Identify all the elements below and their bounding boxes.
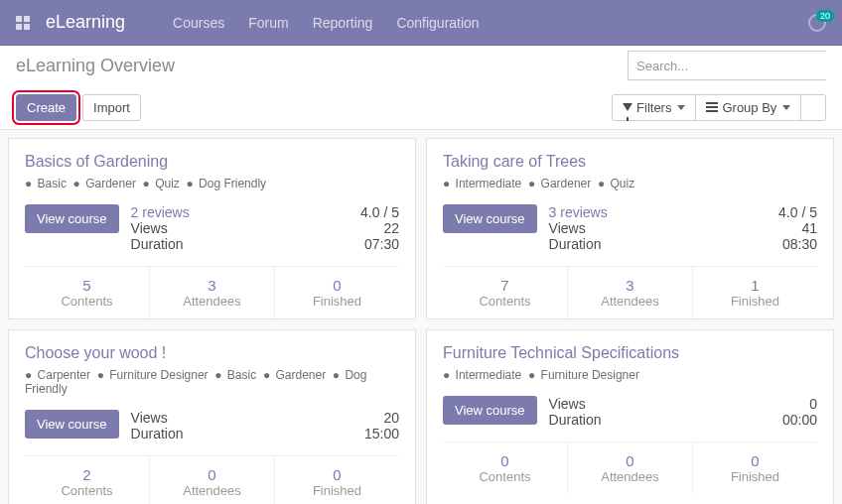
- view-course-button[interactable]: View course: [443, 396, 537, 425]
- stat-finished[interactable]: 0Finished: [274, 267, 399, 318]
- stat-label: Finished: [697, 294, 813, 309]
- nav-courses[interactable]: Courses: [173, 15, 224, 31]
- stat-label: Finished: [697, 469, 813, 484]
- duration-label: Duration: [549, 412, 771, 428]
- rating-value: 4.0 / 5: [360, 204, 399, 220]
- stat-label: Attendees: [572, 294, 688, 309]
- stat-label: Attendees: [154, 483, 270, 498]
- stat-finished[interactable]: 0Finished: [274, 456, 399, 504]
- import-button[interactable]: Import: [82, 94, 141, 121]
- card-tags: ● Carpenter ● Furniture Designer ● Basic…: [25, 368, 399, 396]
- groupby-button[interactable]: Group By: [695, 94, 801, 121]
- nav-reporting[interactable]: Reporting: [313, 15, 373, 31]
- view-course-button[interactable]: View course: [25, 204, 119, 233]
- stat-contents[interactable]: 7Contents: [443, 267, 567, 318]
- card-stats: Views20Duration15:00: [131, 410, 399, 441]
- activity-count: 20: [816, 10, 834, 22]
- bars-icon: [706, 102, 718, 112]
- stat-number: 3: [572, 277, 688, 294]
- duration-value: 15:00: [364, 426, 399, 441]
- filters-label: Filters: [636, 100, 671, 115]
- stat-contents[interactable]: 0Contents: [443, 442, 567, 494]
- stat-label: Finished: [279, 294, 395, 309]
- stat-number: 0: [279, 466, 395, 483]
- stat-number: 2: [29, 466, 145, 483]
- duration-label: Duration: [131, 426, 352, 441]
- reviews-link[interactable]: 2 reviews: [131, 204, 350, 220]
- bottom-stats: 0Contents0Attendees0Finished: [443, 441, 817, 494]
- views-value: 0: [782, 396, 817, 412]
- stat-number: 0: [154, 466, 270, 483]
- control-panel: eLearning Overview Create Import Filters…: [0, 46, 842, 130]
- create-button[interactable]: Create: [16, 94, 76, 121]
- bottom-stats: 2Contents0Attendees0Finished: [25, 455, 399, 504]
- duration-label: Duration: [131, 236, 350, 252]
- stat-attendees[interactable]: 0Attendees: [567, 442, 692, 494]
- stat-number: 3: [154, 277, 270, 294]
- search-box[interactable]: [628, 51, 826, 80]
- card-title[interactable]: Choose your wood !: [25, 344, 399, 362]
- course-card[interactable]: Furniture Technical Specifications● Inte…: [426, 329, 834, 504]
- stat-number: 0: [697, 452, 813, 469]
- clock-icon[interactable]: 20: [808, 14, 826, 32]
- rating-value: 4.0 / 5: [778, 204, 817, 220]
- card-stats: Views0Duration00:00: [549, 396, 817, 428]
- kanban-view: Basics of Gardening● Basic ● Gardener ● …: [0, 130, 842, 504]
- bottom-stats: 5Contents3Attendees0Finished: [25, 266, 399, 318]
- stat-attendees[interactable]: 0Attendees: [149, 456, 274, 504]
- stat-attendees[interactable]: 3Attendees: [567, 267, 692, 318]
- card-stats: 3 reviews4.0 / 5Views41Duration08:30: [549, 204, 817, 252]
- stat-label: Attendees: [572, 469, 688, 484]
- card-tags: ● Intermediate ● Furniture Designer: [443, 368, 817, 382]
- stat-label: Contents: [29, 483, 145, 498]
- duration-value: 07:30: [360, 236, 399, 252]
- stat-contents[interactable]: 2Contents: [25, 456, 149, 504]
- stat-label: Finished: [279, 483, 395, 498]
- chevron-down-icon: [677, 105, 685, 110]
- course-card[interactable]: Basics of Gardening● Basic ● Gardener ● …: [8, 138, 416, 319]
- course-card[interactable]: Taking care of Trees● Intermediate ● Gar…: [426, 138, 834, 319]
- stat-finished[interactable]: 0Finished: [692, 442, 817, 494]
- stat-label: Contents: [447, 294, 563, 309]
- more-button[interactable]: [800, 94, 826, 121]
- view-course-button[interactable]: View course: [443, 204, 537, 233]
- reviews-link[interactable]: 3 reviews: [549, 204, 768, 220]
- stat-label: Contents: [447, 469, 563, 484]
- course-card[interactable]: Choose your wood !● Carpenter ● Furnitur…: [8, 329, 416, 504]
- chevron-down-icon: [782, 105, 790, 110]
- views-label: Views: [549, 220, 768, 236]
- stat-number: 5: [29, 277, 145, 294]
- bottom-stats: 7Contents3Attendees1Finished: [443, 266, 817, 318]
- apps-icon[interactable]: [16, 16, 30, 30]
- views-label: Views: [131, 220, 350, 236]
- views-label: Views: [549, 396, 771, 412]
- views-value: 41: [778, 220, 817, 236]
- navbar: eLearning Courses Forum Reporting Config…: [0, 0, 842, 46]
- stat-number: 0: [279, 277, 395, 294]
- nav-configuration[interactable]: Configuration: [396, 15, 479, 31]
- stat-number: 1: [697, 277, 813, 294]
- stat-label: Contents: [29, 294, 145, 309]
- stat-finished[interactable]: 1Finished: [692, 267, 817, 318]
- breadcrumb: eLearning Overview: [16, 56, 175, 76]
- nav-forum[interactable]: Forum: [248, 15, 288, 31]
- funnel-icon: [623, 103, 632, 111]
- duration-value: 08:30: [778, 236, 817, 252]
- card-title[interactable]: Basics of Gardening: [25, 153, 399, 171]
- stat-attendees[interactable]: 3Attendees: [149, 267, 274, 318]
- stat-number: 0: [572, 452, 688, 469]
- stat-contents[interactable]: 5Contents: [25, 267, 149, 318]
- views-value: 20: [364, 410, 399, 426]
- search-input[interactable]: [636, 59, 818, 73]
- card-title[interactable]: Furniture Technical Specifications: [443, 344, 817, 362]
- duration-label: Duration: [549, 236, 768, 252]
- views-value: 22: [360, 220, 399, 236]
- stat-label: Attendees: [154, 294, 270, 309]
- view-course-button[interactable]: View course: [25, 410, 119, 439]
- groupby-label: Group By: [722, 100, 776, 115]
- card-stats: 2 reviews4.0 / 5Views22Duration07:30: [131, 204, 399, 252]
- card-title[interactable]: Taking care of Trees: [443, 153, 817, 171]
- filters-button[interactable]: Filters: [612, 94, 696, 121]
- duration-value: 00:00: [782, 412, 817, 428]
- card-tags: ● Basic ● Gardener ● Quiz ● Dog Friendly: [25, 177, 399, 190]
